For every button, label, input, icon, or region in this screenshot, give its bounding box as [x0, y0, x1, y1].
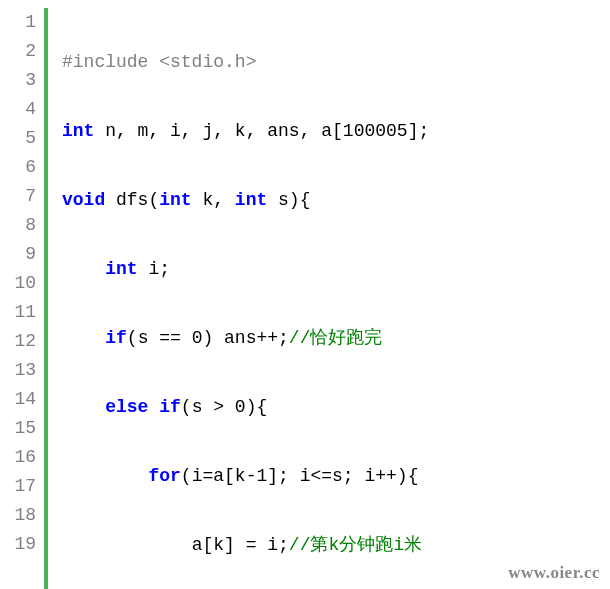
line-number: 9	[0, 240, 36, 269]
keyword: else	[105, 397, 148, 417]
line-number: 4	[0, 95, 36, 124]
code-line: a[k] = i;//第k分钟跑i米	[62, 531, 610, 560]
keyword: if	[105, 328, 127, 348]
line-number: 18	[0, 501, 36, 530]
code-text: a[k] = i;	[192, 535, 289, 555]
code-text: n, m, i, j, k, ans, a[100005];	[94, 121, 429, 141]
code-line: for(i=a[k-1]; i<=s; i++){	[62, 462, 610, 491]
line-number-gutter: 1 2 3 4 5 6 7 8 9 10 11 12 13 14 15 16 1…	[0, 8, 44, 589]
line-number: 5	[0, 124, 36, 153]
code-text: s){	[267, 190, 310, 210]
watermark: www.oier.cc	[508, 563, 600, 583]
indent	[62, 397, 105, 417]
line-number: 13	[0, 356, 36, 385]
line-number: 19	[0, 530, 36, 559]
comment: //恰好跑完	[289, 328, 383, 348]
keyword: for	[148, 466, 180, 486]
line-number: 7	[0, 182, 36, 211]
line-number: 3	[0, 66, 36, 95]
line-number: 1	[0, 8, 36, 37]
code-text: i;	[138, 259, 170, 279]
code-line: void dfs(int k, int s){	[62, 186, 610, 215]
indent	[62, 328, 105, 348]
line-number: 6	[0, 153, 36, 182]
line-number: 15	[0, 414, 36, 443]
line-number: 16	[0, 443, 36, 472]
code-line: #include <stdio.h>	[62, 48, 610, 77]
code-text: (s > 0){	[181, 397, 267, 417]
indent	[62, 535, 192, 555]
code-text	[148, 397, 159, 417]
keyword: int	[105, 259, 137, 279]
indent	[62, 466, 148, 486]
code-text: k,	[192, 190, 235, 210]
indent	[62, 259, 105, 279]
line-number: 10	[0, 269, 36, 298]
comment: //第k分钟跑i米	[289, 535, 422, 555]
code-text: dfs(	[105, 190, 159, 210]
line-number: 2	[0, 37, 36, 66]
keyword: if	[159, 397, 181, 417]
line-number: 14	[0, 385, 36, 414]
code-line: else if(s > 0){	[62, 393, 610, 422]
code-text: (i=a[k-1]; i<=s; i++){	[181, 466, 419, 486]
preprocessor: #include <stdio.h>	[62, 52, 256, 72]
code-line: int i;	[62, 255, 610, 284]
code-line: if(s == 0) ans++;//恰好跑完	[62, 324, 610, 353]
code-content: #include <stdio.h> int n, m, i, j, k, an…	[62, 8, 610, 589]
gutter-divider	[44, 8, 48, 589]
keyword: void	[62, 190, 105, 210]
code-line: int n, m, i, j, k, ans, a[100005];	[62, 117, 610, 146]
line-number: 17	[0, 472, 36, 501]
line-number: 8	[0, 211, 36, 240]
keyword: int	[159, 190, 191, 210]
line-number: 11	[0, 298, 36, 327]
line-number: 12	[0, 327, 36, 356]
keyword: int	[62, 121, 94, 141]
code-block: 1 2 3 4 5 6 7 8 9 10 11 12 13 14 15 16 1…	[0, 0, 610, 589]
keyword: int	[235, 190, 267, 210]
code-text: (s == 0) ans++;	[127, 328, 289, 348]
